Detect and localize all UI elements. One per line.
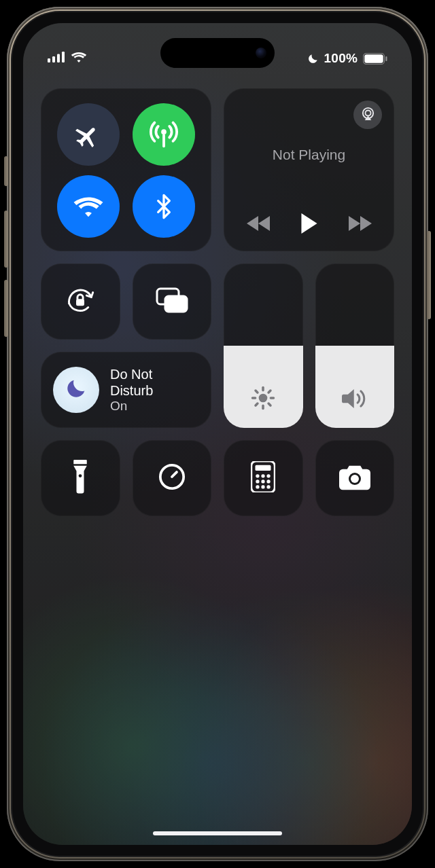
svg-point-35 bbox=[262, 485, 265, 488]
timer-icon bbox=[157, 462, 187, 494]
camera-button[interactable] bbox=[315, 440, 395, 516]
svg-rect-27 bbox=[256, 465, 271, 471]
svg-point-23 bbox=[79, 474, 82, 477]
svg-rect-6 bbox=[385, 56, 387, 61]
calculator-button[interactable] bbox=[224, 440, 303, 516]
connectivity-cluster bbox=[41, 88, 211, 251]
control-center: Not Playing bbox=[23, 23, 412, 845]
cellular-data-toggle[interactable] bbox=[133, 103, 195, 166]
skip-back-icon bbox=[247, 221, 270, 233]
speaker-icon bbox=[342, 387, 368, 413]
status-bar: 100% bbox=[23, 43, 412, 73]
svg-line-25 bbox=[172, 472, 177, 477]
timer-button[interactable] bbox=[133, 440, 212, 516]
screen-mirroring-button[interactable] bbox=[133, 264, 212, 340]
wifi-toggle[interactable] bbox=[57, 175, 120, 238]
screen-mirror-icon bbox=[155, 287, 189, 317]
camera-icon bbox=[338, 463, 372, 493]
svg-point-34 bbox=[256, 485, 260, 488]
home-indicator[interactable] bbox=[153, 831, 282, 835]
bluetooth-icon bbox=[150, 193, 177, 220]
svg-point-36 bbox=[267, 485, 271, 488]
moon-icon bbox=[307, 53, 319, 65]
antenna-icon bbox=[148, 119, 179, 150]
svg-rect-1 bbox=[52, 56, 55, 62]
wifi-icon bbox=[73, 191, 104, 222]
focus-state: On bbox=[110, 399, 199, 414]
sun-icon bbox=[251, 386, 275, 413]
brightness-slider[interactable] bbox=[224, 264, 303, 428]
svg-point-33 bbox=[267, 480, 271, 483]
airplane-mode-toggle[interactable] bbox=[57, 103, 120, 166]
cellular-signal-icon bbox=[48, 51, 65, 66]
svg-rect-11 bbox=[76, 299, 84, 306]
svg-rect-0 bbox=[48, 58, 50, 62]
svg-rect-5 bbox=[364, 54, 383, 62]
svg-rect-13 bbox=[165, 296, 187, 312]
play-icon bbox=[300, 224, 319, 236]
svg-point-28 bbox=[256, 474, 260, 477]
airplay-icon bbox=[360, 106, 376, 124]
svg-line-22 bbox=[256, 403, 258, 405]
now-playing-title: Not Playing bbox=[236, 147, 382, 163]
svg-point-14 bbox=[259, 394, 268, 403]
svg-point-31 bbox=[256, 480, 260, 483]
play-button[interactable] bbox=[300, 213, 319, 236]
flashlight-icon bbox=[71, 460, 89, 496]
svg-line-20 bbox=[268, 403, 271, 405]
svg-point-29 bbox=[262, 474, 265, 477]
airplay-button[interactable] bbox=[353, 101, 382, 129]
media-tile[interactable]: Not Playing bbox=[224, 88, 394, 251]
svg-line-21 bbox=[268, 391, 271, 393]
airplane-icon bbox=[73, 120, 103, 149]
focus-name: Do Not Disturb bbox=[110, 366, 199, 399]
bluetooth-toggle[interactable] bbox=[133, 175, 195, 238]
svg-point-32 bbox=[262, 480, 265, 483]
lock-rotate-icon bbox=[64, 284, 97, 319]
svg-point-30 bbox=[267, 474, 271, 477]
previous-button[interactable] bbox=[247, 216, 270, 234]
battery-icon bbox=[363, 53, 387, 65]
orientation-lock-toggle[interactable] bbox=[41, 264, 120, 340]
flashlight-button[interactable] bbox=[41, 440, 120, 516]
svg-point-7 bbox=[161, 129, 167, 134]
wifi-icon bbox=[71, 51, 87, 66]
next-button[interactable] bbox=[349, 216, 372, 234]
svg-point-10 bbox=[365, 110, 370, 115]
svg-line-19 bbox=[256, 391, 258, 393]
focus-button[interactable]: Do Not Disturb On bbox=[41, 352, 211, 428]
moon-icon bbox=[65, 377, 88, 403]
volume-slider[interactable] bbox=[315, 264, 395, 428]
svg-rect-3 bbox=[62, 52, 65, 62]
screen: 100% bbox=[23, 23, 412, 845]
svg-point-38 bbox=[351, 475, 359, 483]
battery-percent: 100% bbox=[324, 51, 358, 66]
svg-rect-2 bbox=[57, 54, 60, 63]
calculator-icon bbox=[251, 461, 275, 495]
skip-forward-icon bbox=[349, 221, 372, 233]
